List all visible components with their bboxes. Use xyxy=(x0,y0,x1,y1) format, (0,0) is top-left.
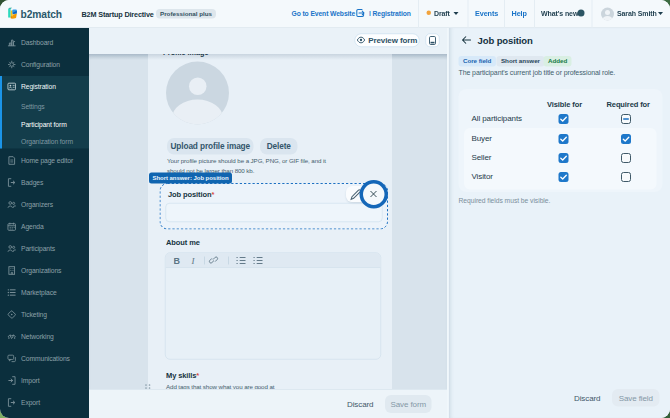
svg-text:B: B xyxy=(174,256,181,266)
svg-text:I: I xyxy=(191,256,196,266)
